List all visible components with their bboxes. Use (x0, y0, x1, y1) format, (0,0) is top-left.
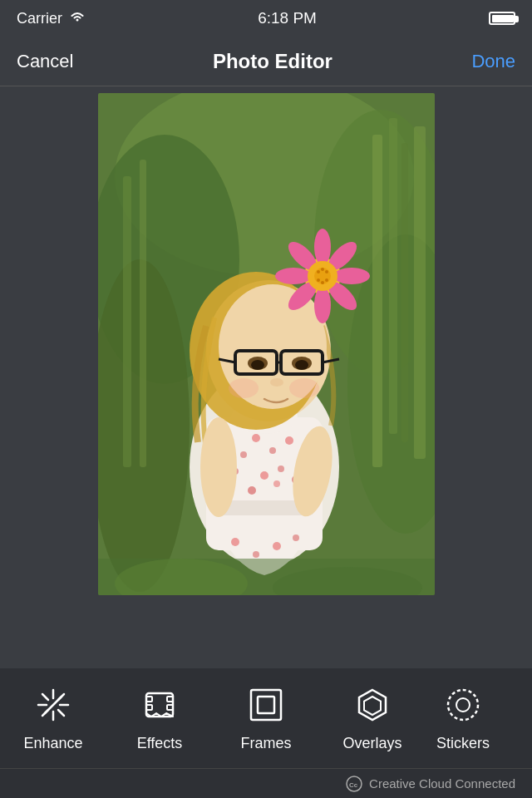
nav-bar: Cancel Photo Editor Done (0, 37, 532, 86)
overlays-icon (351, 683, 394, 727)
svg-point-64 (253, 551, 259, 558)
stickers-icon (441, 683, 485, 727)
svg-point-56 (325, 270, 328, 273)
photo-container (0, 86, 532, 602)
svg-rect-8 (401, 143, 408, 442)
status-time: 6:18 PM (258, 9, 317, 27)
enhance-icon (32, 683, 75, 727)
svg-point-61 (200, 417, 237, 517)
toolbar: Enhance Effects (0, 668, 532, 798)
svg-point-60 (321, 281, 324, 284)
carrier-label: Carrier (17, 10, 62, 27)
overlays-label: Overlays (342, 735, 401, 752)
svg-point-89 (456, 698, 470, 712)
svg-point-41 (270, 378, 283, 387)
svg-point-15 (240, 451, 247, 458)
svg-rect-85 (258, 697, 274, 713)
effects-label: Effects (137, 735, 183, 752)
svg-point-24 (248, 486, 256, 495)
svg-point-40 (295, 360, 308, 370)
svg-rect-7 (389, 118, 397, 434)
toolbar-item-enhance[interactable]: Enhance (0, 683, 106, 752)
svg-marker-87 (364, 697, 381, 715)
svg-point-18 (285, 436, 293, 445)
wifi-icon (69, 10, 86, 27)
adobe-cc-logo: Cc (346, 776, 362, 792)
svg-point-20 (260, 471, 268, 480)
svg-text:Cc: Cc (349, 781, 358, 789)
svg-point-17 (269, 447, 276, 454)
creative-cloud-bar: Cc Creative Cloud Connected (0, 768, 532, 798)
svg-point-47 (275, 268, 312, 284)
enhance-label: Enhance (23, 735, 82, 752)
svg-rect-6 (372, 135, 382, 467)
toolbar-items: Enhance Effects (0, 668, 532, 768)
svg-line-75 (58, 710, 64, 716)
svg-point-88 (448, 690, 478, 720)
photo-frame[interactable] (98, 93, 435, 595)
svg-point-21 (278, 466, 284, 472)
svg-point-59 (321, 268, 324, 271)
svg-rect-11 (140, 160, 146, 467)
svg-point-58 (325, 278, 328, 282)
effects-icon (138, 683, 181, 727)
svg-point-66 (293, 534, 299, 541)
status-bar: Carrier 6:18 PM (0, 0, 532, 37)
cancel-button[interactable]: Cancel (17, 51, 73, 72)
svg-point-55 (317, 270, 320, 273)
photo-image (98, 93, 435, 595)
toolbar-item-effects[interactable]: Effects (106, 683, 213, 752)
svg-rect-84 (251, 690, 281, 720)
battery-icon (489, 12, 515, 25)
svg-line-74 (42, 694, 48, 700)
frames-label: Frames (240, 735, 291, 752)
svg-point-45 (314, 229, 331, 265)
page-title: Photo Editor (213, 50, 332, 73)
svg-rect-9 (414, 126, 426, 459)
creative-cloud-text: Creative Cloud Connected (369, 776, 515, 791)
done-button[interactable]: Done (471, 51, 515, 72)
toolbar-item-stickers[interactable]: Stickers (426, 683, 500, 752)
frames-icon (244, 683, 288, 727)
toolbar-item-overlays[interactable]: Overlays (319, 683, 426, 752)
svg-point-65 (273, 542, 281, 550)
status-left: Carrier (17, 10, 86, 27)
status-right (489, 12, 515, 25)
svg-point-43 (289, 378, 319, 398)
stickers-label: Stickers (426, 735, 500, 752)
svg-point-46 (314, 287, 331, 323)
svg-point-16 (252, 434, 260, 442)
svg-point-57 (317, 278, 320, 282)
svg-point-39 (251, 360, 264, 370)
svg-point-42 (229, 378, 259, 398)
toolbar-item-frames[interactable]: Frames (213, 683, 319, 752)
svg-point-48 (333, 268, 370, 284)
svg-rect-10 (123, 176, 131, 467)
svg-point-25 (273, 480, 280, 487)
svg-point-63 (231, 538, 239, 546)
